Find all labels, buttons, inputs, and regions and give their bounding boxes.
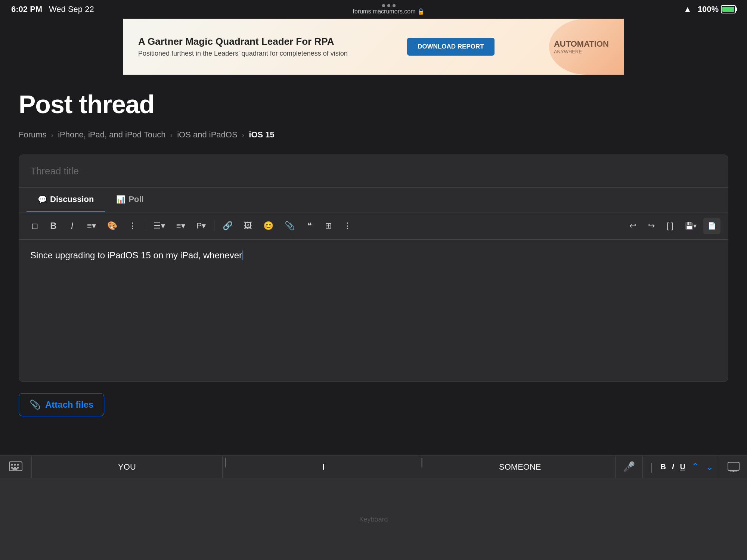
toolbar-list-button[interactable]: ☰▾: [149, 218, 170, 234]
battery-icon: [721, 5, 736, 13]
toolbar-media-button[interactable]: 📎: [280, 218, 299, 234]
breadcrumb-current: iOS 15: [249, 130, 274, 140]
autocomplete-bar: YOU | I | SOMEONE 🎤 | B I U ⌃ ⌄: [0, 456, 747, 478]
toolbar-redo-button[interactable]: ↪: [643, 218, 660, 234]
suggestion-someone[interactable]: SOMEONE: [425, 456, 615, 478]
status-time: 6:02 PM Wed Sep 22: [11, 4, 94, 14]
suggestion-you[interactable]: YOU: [32, 456, 223, 478]
format-bold-button[interactable]: B: [661, 463, 666, 471]
page-title: Post thread: [19, 90, 728, 119]
format-div-1: |: [649, 461, 654, 473]
ad-download-button[interactable]: DOWNLOAD REPORT: [407, 38, 495, 56]
battery-percentage: 100%: [698, 4, 719, 14]
main-content: Post thread Forums › iPhone, iPad, and i…: [0, 75, 747, 435]
breadcrumb-sep-1: ›: [51, 131, 54, 139]
editor-container: 💬 Discussion 📊 Poll ◻ B I ≡▾ 🎨 ⋮ ☰▾ ≡▾ P…: [19, 155, 728, 382]
breadcrumb-sep-2: ›: [170, 131, 173, 139]
toolbar-sep-2: [214, 221, 214, 231]
svg-rect-1: [11, 464, 13, 466]
ad-content-left: A Gartner Magic Quadrant Leader For RPA …: [138, 36, 348, 57]
chevron-up-button[interactable]: ⌃: [691, 461, 700, 473]
toolbar-emoji-button[interactable]: 😊: [259, 218, 278, 234]
suggestion-you-text: YOU: [118, 462, 136, 472]
format-underline-button[interactable]: U: [680, 463, 685, 471]
autocomplete-suggestions: YOU | I | SOMEONE: [32, 456, 615, 478]
hide-keyboard-button[interactable]: [720, 456, 747, 478]
attach-files-label: Attach files: [45, 399, 93, 410]
discussion-tab-icon: 💬: [38, 195, 47, 204]
battery-info: 100%: [698, 4, 736, 14]
tab-discussion-label: Discussion: [50, 195, 94, 204]
tab-poll-label: Poll: [128, 195, 143, 204]
attach-icon: 📎: [30, 399, 41, 410]
attach-files-button[interactable]: 📎 Attach files: [19, 393, 104, 416]
toolbar-more-inline-button[interactable]: ⋮: [124, 218, 141, 234]
suggestion-div-1: |: [223, 456, 228, 478]
breadcrumb: Forums › iPhone, iPad, and iPod Touch › …: [19, 130, 728, 140]
suggestion-someone-text: SOMEONE: [499, 462, 541, 472]
toolbar-color-button[interactable]: 🎨: [103, 218, 122, 234]
status-right: ▲ 100%: [684, 4, 736, 14]
chevron-down-button[interactable]: ⌄: [706, 461, 714, 473]
toolbar-paragraph-align-button[interactable]: ≡▾: [172, 218, 190, 234]
toolbar-eraser-button[interactable]: ◻: [27, 218, 43, 234]
thread-title-input[interactable]: [19, 155, 728, 188]
svg-rect-7: [12, 468, 18, 470]
tab-discussion[interactable]: 💬 Discussion: [27, 188, 105, 212]
mic-icon: 🎤: [623, 461, 635, 473]
toolbar-bold-button[interactable]: B: [45, 218, 62, 234]
suggestion-i[interactable]: I: [228, 456, 419, 478]
toolbar-link-button[interactable]: 🔗: [218, 218, 237, 234]
status-center: forums.macrumors.com 🔒: [353, 4, 425, 15]
toolbar-draft-button[interactable]: 📄: [703, 218, 720, 234]
status-bar: 6:02 PM Wed Sep 22 forums.macrumors.com …: [0, 0, 747, 19]
suggestion-div-2: |: [419, 456, 425, 478]
keyboard-area: YOU | I | SOMEONE 🎤 | B I U ⌃ ⌄: [0, 455, 747, 560]
toolbar-image-button[interactable]: 🖼: [239, 218, 257, 234]
toolbar-table-button[interactable]: ⊞: [320, 218, 337, 234]
toolbar-undo-button[interactable]: ↩: [624, 218, 641, 234]
format-italic-button[interactable]: I: [672, 463, 674, 471]
editor-tabs: 💬 Discussion 📊 Poll: [19, 188, 728, 212]
editor-cursor: [242, 251, 243, 260]
toolbar-quote-button[interactable]: ❝: [301, 218, 318, 234]
breadcrumb-sep-3: ›: [242, 131, 245, 139]
toolbar-sep-1: [145, 221, 145, 231]
toolbar-code-button[interactable]: [ ]: [662, 218, 678, 234]
ad-decorative: [549, 19, 624, 75]
suggestion-i-text: I: [322, 462, 325, 472]
toolbar-save-button[interactable]: 💾▾: [681, 218, 701, 234]
breadcrumb-forums[interactable]: Forums: [19, 130, 47, 140]
svg-rect-3: [17, 464, 19, 466]
ad-subtitle: Positioned furthest in the Leaders' quad…: [138, 50, 348, 57]
ad-title: A Gartner Magic Quadrant Leader For RPA: [138, 36, 348, 47]
mic-button[interactable]: 🎤: [615, 456, 643, 478]
ad-banner: A Gartner Magic Quadrant Leader For RPA …: [123, 19, 624, 75]
browser-dots: [382, 4, 396, 7]
battery-fill: [722, 7, 734, 12]
keyboard-placeholder: Keyboard: [0, 478, 747, 560]
editor-body[interactable]: Since upgrading to iPadOS 15 on my iPad,…: [19, 240, 728, 382]
tab-poll[interactable]: 📊 Poll: [105, 188, 155, 212]
keyboard-toggle-button[interactable]: [0, 456, 32, 478]
editor-toolbar: ◻ B I ≡▾ 🎨 ⋮ ☰▾ ≡▾ P▾ 🔗 🖼 😊 📎 ❝ ⊞ ⋮ ↩ ↪ …: [19, 212, 728, 240]
svg-rect-4: [11, 467, 13, 469]
poll-tab-icon: 📊: [116, 195, 125, 204]
formatting-buttons: | B I U ⌃ ⌄: [643, 456, 720, 478]
toolbar-paragraph-style-button[interactable]: P▾: [192, 218, 211, 234]
toolbar-align-button[interactable]: ≡▾: [83, 218, 100, 234]
breadcrumb-ios-ipados[interactable]: iOS and iPadOS: [177, 130, 237, 140]
keyboard-placeholder-text: Keyboard: [359, 516, 388, 523]
editor-body-text: Since upgrading to iPadOS 15 on my iPad,…: [30, 250, 242, 260]
breadcrumb-iphone-ipad[interactable]: iPhone, iPad, and iPod Touch: [58, 130, 165, 140]
url-bar: forums.macrumors.com 🔒: [353, 8, 425, 15]
svg-rect-8: [728, 462, 739, 470]
toolbar-more-button[interactable]: ⋮: [339, 218, 356, 234]
wifi-icon: ▲: [684, 4, 692, 14]
svg-rect-2: [14, 464, 16, 466]
toolbar-italic-button[interactable]: I: [64, 218, 80, 234]
